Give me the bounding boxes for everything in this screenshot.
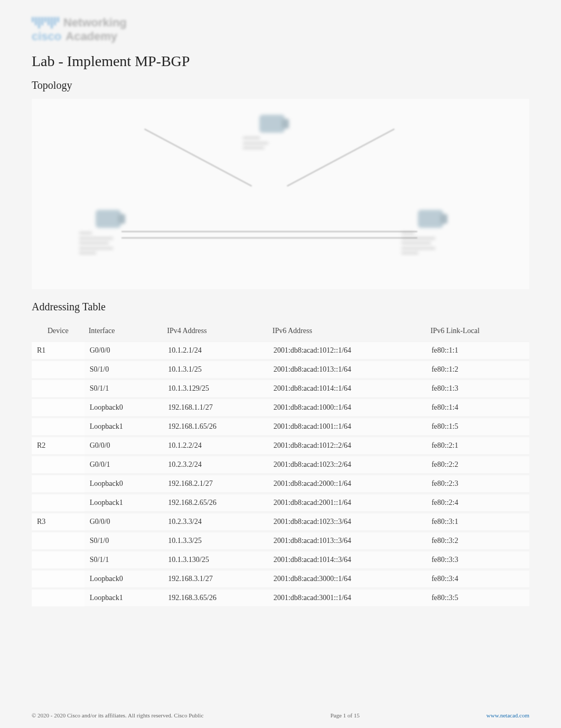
topology-router-r2: ▬▬▬▬▬▬▬▬▬▬▬▬▬▬▬ xyxy=(243,115,301,150)
table-row: Loopback0192.168.2.1/272001:db8:acad:200… xyxy=(32,475,529,493)
cell-ipv6-ll: fe80::3:3 xyxy=(426,551,529,569)
cell-interface: G0/0/0 xyxy=(85,513,163,531)
cell-ipv6: 2001:db8:acad:1013::1/64 xyxy=(268,361,426,379)
cell-ipv4: 192.168.2.1/27 xyxy=(163,475,268,493)
table-row: G0/0/110.2.3.2/242001:db8:acad:1023::2/6… xyxy=(32,456,529,474)
footer-copyright: © 2020 - 2020 Cisco and/or its affiliate… xyxy=(32,712,203,718)
logo-brand: cisco xyxy=(32,30,61,43)
cell-ipv6: 2001:db8:acad:1014::1/64 xyxy=(268,380,426,398)
cell-ipv4: 10.1.3.129/25 xyxy=(163,380,268,398)
router-icon xyxy=(418,210,443,228)
logo-product-2: Academy xyxy=(66,30,117,43)
cell-ipv6: 2001:db8:acad:1014::3/64 xyxy=(268,551,426,569)
cisco-bars-icon xyxy=(32,17,59,29)
page-footer: © 2020 - 2020 Cisco and/or its affiliate… xyxy=(32,712,529,718)
cell-ipv6-ll: fe80::1:4 xyxy=(426,399,529,417)
cell-ipv4: 10.2.3.3/24 xyxy=(163,513,268,531)
topology-router-r1: ▬▬▬▬▬▬▬▬▬▬▬▬▬▬▬▬▬▬▬▬▬▬▬▬▬▬▬▬▬▬ xyxy=(79,210,137,255)
cell-interface: G0/0/1 xyxy=(85,456,163,474)
cell-ipv6-ll: fe80::3:1 xyxy=(426,513,529,531)
cell-ipv6: 2001:db8:acad:1000::1/64 xyxy=(268,399,426,417)
cell-device xyxy=(32,399,85,417)
table-row: Loopback1192.168.2.65/262001:db8:acad:20… xyxy=(32,494,529,512)
cell-ipv4: 192.168.3.1/27 xyxy=(163,570,268,588)
logo-product-1: Networking xyxy=(63,16,127,30)
cell-ipv6-ll: fe80::1:5 xyxy=(426,418,529,436)
cell-interface: Loopback0 xyxy=(85,399,163,417)
col-interface: Interface xyxy=(85,321,163,340)
cell-device xyxy=(32,494,85,512)
cell-device xyxy=(32,532,85,550)
cell-interface: G0/0/0 xyxy=(85,342,163,360)
col-ipv6: IPv6 Address xyxy=(268,321,426,340)
table-row: S0/1/110.1.3.129/252001:db8:acad:1014::1… xyxy=(32,380,529,398)
cell-ipv6-ll: fe80::1:1 xyxy=(426,342,529,360)
cell-interface: G0/0/0 xyxy=(85,437,163,455)
cell-ipv6-ll: fe80::1:3 xyxy=(426,380,529,398)
cell-ipv6-ll: fe80::3:2 xyxy=(426,532,529,550)
cell-ipv6-ll: fe80::3:4 xyxy=(426,570,529,588)
cell-interface: Loopback1 xyxy=(85,589,163,607)
cell-interface: Loopback1 xyxy=(85,418,163,436)
col-device: Device xyxy=(32,321,85,340)
table-row: S0/1/010.1.3.3/252001:db8:acad:1013::3/6… xyxy=(32,532,529,550)
table-row: Loopback1192.168.3.65/262001:db8:acad:30… xyxy=(32,589,529,607)
cell-ipv6: 2001:db8:acad:3000::1/64 xyxy=(268,570,426,588)
table-row: Loopback1192.168.1.65/262001:db8:acad:10… xyxy=(32,418,529,436)
cell-device xyxy=(32,380,85,398)
cell-ipv6: 2001:db8:acad:1012::2/64 xyxy=(268,437,426,455)
cell-interface: S0/1/1 xyxy=(85,551,163,569)
table-row: S0/1/010.1.3.1/252001:db8:acad:1013::1/6… xyxy=(32,361,529,379)
col-ipv4: IPv4 Address xyxy=(163,321,268,340)
cell-ipv6: 2001:db8:acad:1001::1/64 xyxy=(268,418,426,436)
section-topology: Topology xyxy=(32,79,529,91)
cell-ipv4: 192.168.3.65/26 xyxy=(163,589,268,607)
cell-ipv6: 2001:db8:acad:2001::1/64 xyxy=(268,494,426,512)
cell-device xyxy=(32,551,85,569)
cell-ipv4: 10.1.2.2/24 xyxy=(163,437,268,455)
topology-router-r3: ▬▬▬▬▬▬▬▬▬▬▬▬▬▬▬▬▬▬▬▬▬▬▬▬▬▬▬▬▬▬ xyxy=(401,210,460,255)
cell-ipv6-ll: fe80::2:2 xyxy=(426,456,529,474)
cell-ipv6: 2001:db8:acad:1012::1/64 xyxy=(268,342,426,360)
cell-ipv4: 10.1.3.3/25 xyxy=(163,532,268,550)
cell-ipv4: 10.1.2.1/24 xyxy=(163,342,268,360)
cell-interface: S0/1/0 xyxy=(85,361,163,379)
router-icon xyxy=(96,210,121,228)
cell-ipv6: 2001:db8:acad:3001::1/64 xyxy=(268,589,426,607)
table-row: R3G0/0/010.2.3.3/242001:db8:acad:1023::3… xyxy=(32,513,529,531)
cell-ipv6-ll: fe80::2:3 xyxy=(426,475,529,493)
cell-ipv6-ll: fe80::3:5 xyxy=(426,589,529,607)
cell-device xyxy=(32,418,85,436)
cell-ipv6-ll: fe80::1:2 xyxy=(426,361,529,379)
footer-link[interactable]: www.netacad.com xyxy=(487,712,529,718)
cell-device xyxy=(32,570,85,588)
cell-ipv4: 192.168.1.65/26 xyxy=(163,418,268,436)
cell-ipv4: 192.168.2.65/26 xyxy=(163,494,268,512)
router-icon xyxy=(259,115,285,133)
cell-interface: S0/1/0 xyxy=(85,532,163,550)
page-title: Lab - Implement MP-BGP xyxy=(32,53,529,70)
cell-ipv6: 2001:db8:acad:1013::3/64 xyxy=(268,532,426,550)
cell-device: R3 xyxy=(32,513,85,531)
cell-ipv6-ll: fe80::2:4 xyxy=(426,494,529,512)
cell-interface: Loopback0 xyxy=(85,475,163,493)
cell-ipv6-ll: fe80::2:1 xyxy=(426,437,529,455)
cell-device: R2 xyxy=(32,437,85,455)
cell-ipv4: 10.1.3.1/25 xyxy=(163,361,268,379)
cisco-logo: Networking cisco Academy xyxy=(32,16,529,43)
footer-page: Page 1 of 15 xyxy=(330,712,359,718)
table-row: R1G0/0/010.1.2.1/242001:db8:acad:1012::1… xyxy=(32,342,529,360)
section-addressing-table: Addressing Table xyxy=(32,301,529,313)
table-row: Loopback0192.168.1.1/272001:db8:acad:100… xyxy=(32,399,529,417)
table-row: S0/1/110.1.3.130/252001:db8:acad:1014::3… xyxy=(32,551,529,569)
cell-interface: S0/1/1 xyxy=(85,380,163,398)
table-row: R2G0/0/010.1.2.2/242001:db8:acad:1012::2… xyxy=(32,437,529,455)
cell-device xyxy=(32,456,85,474)
addressing-table: Device Interface IPv4 Address IPv6 Addre… xyxy=(32,320,529,608)
cell-ipv6: 2001:db8:acad:2000::1/64 xyxy=(268,475,426,493)
cell-device: R1 xyxy=(32,342,85,360)
cell-ipv4: 10.1.3.130/25 xyxy=(163,551,268,569)
cell-device xyxy=(32,589,85,607)
cell-ipv4: 10.2.3.2/24 xyxy=(163,456,268,474)
cell-interface: Loopback1 xyxy=(85,494,163,512)
